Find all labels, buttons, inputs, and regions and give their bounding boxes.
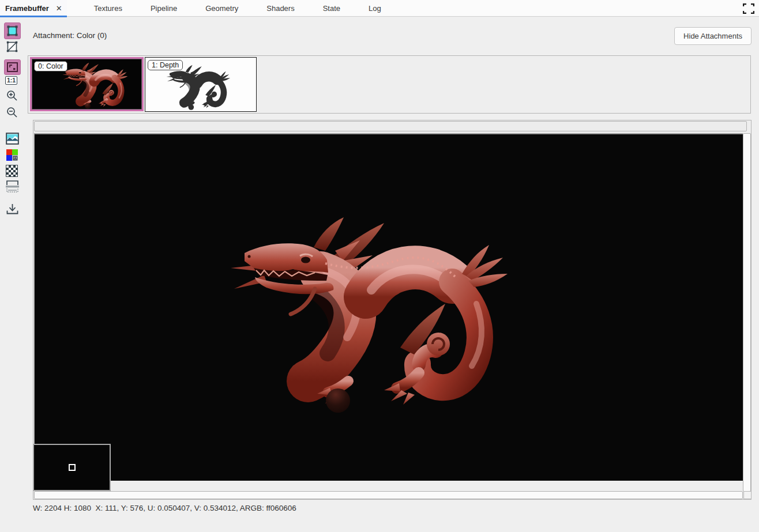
image-icon: [6, 133, 19, 145]
status-bar: W: 2204 H: 1080 X: 111, Y: 576, U: 0.050…: [33, 504, 296, 512]
attachment-badge: 1: Depth: [148, 60, 183, 70]
framebuffer-viewport: [33, 120, 752, 500]
hide-attachments-button[interactable]: Hide Attachments: [674, 27, 752, 45]
zoom-in-button[interactable]: [5, 89, 19, 103]
attachment-badge: 0: Color: [34, 61, 67, 71]
rgba-alpha-letter: A: [14, 156, 17, 160]
zoom-in-icon: [5, 89, 19, 103]
tab-framebuffer-label: Framebuffer: [5, 4, 49, 13]
rgba-channels-button[interactable]: A: [6, 149, 18, 161]
tab-close-icon[interactable]: ✕: [56, 5, 62, 12]
fit-to-window-icon: [6, 62, 18, 73]
framebuffer-image[interactable]: [34, 133, 743, 481]
tab-framebuffer[interactable]: Framebuffer ✕: [0, 0, 67, 17]
tab-shaders[interactable]: Shaders: [265, 0, 295, 17]
checkerboard-button[interactable]: [6, 165, 18, 177]
tab-textures[interactable]: Textures: [93, 0, 123, 17]
minimap-view-indicator[interactable]: [69, 464, 76, 471]
dragon-render: [228, 210, 511, 416]
rgba-channels-icon: A: [6, 149, 18, 161]
save-image-button[interactable]: [6, 203, 19, 215]
color-thumbnail-render: [62, 61, 129, 110]
actual-size-button[interactable]: 1:1: [5, 76, 17, 85]
attachments-strip: 0: Color 1: Depth: [28, 55, 751, 114]
image-view-button[interactable]: [6, 133, 19, 145]
attachment-label: Attachment: Color (0): [33, 31, 107, 40]
horizontal-scrollbar-bottom[interactable]: [34, 491, 743, 499]
tab-bar: Framebuffer ✕ Textures Pipeline Geometry…: [0, 0, 759, 17]
scrollbar-corner: [743, 491, 752, 499]
wireframe-icon: [6, 40, 18, 53]
range-icon: [5, 180, 20, 193]
tab-state[interactable]: State: [322, 0, 341, 17]
fullscreen-icon[interactable]: [743, 3, 754, 14]
depth-thumbnail-render: [165, 63, 232, 111]
tab-geometry[interactable]: Geometry: [204, 0, 239, 17]
range-button[interactable]: [5, 180, 20, 193]
horizontal-scrollbar-top[interactable]: [34, 121, 747, 131]
minimap-overlay[interactable]: [33, 444, 111, 491]
attachment-thumb-depth[interactable]: 1: Depth: [145, 57, 257, 112]
tab-log[interactable]: Log: [367, 0, 382, 17]
solid-swatch-button[interactable]: [4, 22, 21, 39]
solid-swatch-icon: [6, 25, 18, 37]
actual-size-icon: 1:1: [5, 76, 17, 85]
save-image-icon: [6, 203, 19, 215]
vertical-scrollbar[interactable]: [743, 133, 751, 492]
checkerboard-icon: [6, 165, 18, 177]
fit-to-window-button[interactable]: [4, 59, 21, 75]
zoom-out-icon: [5, 105, 19, 119]
wireframe-button[interactable]: [6, 40, 18, 53]
zoom-out-button[interactable]: [5, 105, 19, 119]
attachment-thumb-color[interactable]: 0: Color: [30, 57, 144, 111]
tab-pipeline[interactable]: Pipeline: [149, 0, 178, 17]
